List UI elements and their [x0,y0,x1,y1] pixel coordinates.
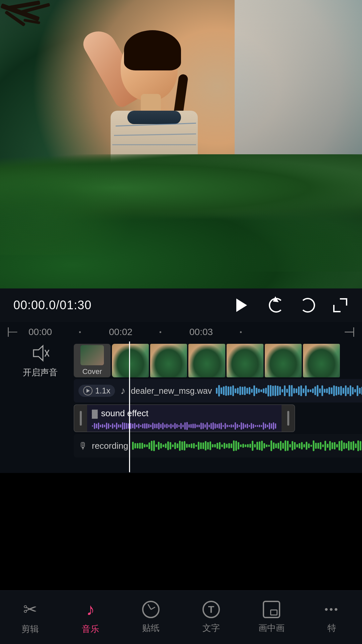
scissors-icon: ✂ [23,600,37,619]
nav-label-sticker: 贴纸 [142,622,160,634]
play-icon [236,299,247,312]
music-icon: ♪ [86,600,95,619]
speed-indicator [83,386,93,395]
recording-icon: 🎙 [78,440,88,451]
nav-item-text[interactable]: T 文字 [181,601,241,634]
video-thumb-5 [265,344,302,377]
bottom-navigation: ✂ 剪辑 ♪ 音乐 贴纸 T 文字 画中画 ••• 特 [0,590,362,644]
nav-label-text: 文字 [202,622,220,634]
nav-item-more[interactable]: ••• 特 [302,601,362,634]
expand-button[interactable] [332,297,349,314]
nav-label-edit: 剪辑 [21,623,39,635]
recording-track[interactable]: 🎙 recording [74,434,362,458]
text-icon: T [202,601,220,618]
mute-icon [30,343,50,363]
expand-icon [332,297,349,314]
audio-track-info: 1.1x ♪ dealer_new_msg.wav [78,385,212,397]
tracks-container: 开启声音 Cover [0,342,362,458]
se-wave-icon: ▓ [92,409,98,418]
video-thumb-4 [227,344,263,377]
ruler-time-2: 00:03 [189,327,213,337]
nav-item-music[interactable]: ♪ 音乐 [60,600,121,635]
music-note-icon: ♪ [120,385,125,396]
play-button[interactable] [229,293,252,317]
sound-effect-content[interactable]: ▓ sound effect [87,405,282,432]
nav-label-music: 音乐 [82,623,99,635]
timeline-area: ⊢ 00:00 • 00:02 • 00:03 • ⊣ [0,322,362,473]
video-thumbnail-strip[interactable] [112,344,362,377]
se-title: sound effect [101,408,148,419]
playhead-line [129,341,130,472]
ruler-body: 00:00 • 00:02 • 00:03 • [28,325,337,339]
ruler-time-0: 00:00 [28,327,52,337]
audio-waveform [216,384,362,397]
se-waveform [92,421,277,431]
audio-track[interactable]: 1.1x ♪ dealer_new_msg.wav [74,379,362,402]
recording-waveform [132,439,362,452]
time-display: 00:00.0/01:30 [13,298,92,312]
se-handle-left[interactable] [74,405,87,432]
nav-label-more: 特 [327,622,336,634]
pip-icon [263,601,280,618]
nav-item-pip[interactable]: 画中画 [241,601,302,634]
redo-button[interactable] [300,298,315,313]
video-thumb-1 [112,344,149,377]
sticker-icon [142,601,160,618]
ruler-end-icon[interactable]: ⊣ [344,324,355,340]
video-thumb-3 [188,344,225,377]
audio-filename: dealer_new_msg.wav [131,386,212,396]
mute-track-label[interactable]: 开启声音 [7,342,74,379]
undo-button[interactable] [269,298,284,313]
sound-effect-track-row: ▓ sound effect [74,405,362,432]
redo-icon [300,298,315,313]
ruler-time-1: 00:02 [109,327,132,337]
transport-controls: 00:00.0/01:30 [0,288,362,322]
recording-label: recording [92,441,128,451]
audio-speed: 1.1x [95,386,110,395]
video-thumb-2 [150,344,187,377]
mute-label-text: 开启声音 [23,367,58,378]
tracks-content: Cover [74,342,362,458]
undo-icon [269,298,284,313]
track-labels: 开启声音 [7,342,74,458]
svg-marker-0 [34,346,43,361]
video-track: Cover [74,342,362,379]
nav-item-edit[interactable]: ✂ 剪辑 [0,600,60,635]
nav-item-sticker[interactable]: 贴纸 [121,601,181,634]
timeline-ruler: ⊢ 00:00 • 00:02 • 00:03 • ⊣ [0,322,362,342]
ruler-start-icon[interactable]: ⊢ [7,324,18,340]
video-thumb-6 [303,344,340,377]
cover-thumbnail[interactable]: Cover [74,344,111,377]
nav-label-pip: 画中画 [258,622,285,634]
se-handle-right[interactable] [282,405,295,432]
more-icon: ••• [323,601,341,618]
video-preview [0,0,362,288]
